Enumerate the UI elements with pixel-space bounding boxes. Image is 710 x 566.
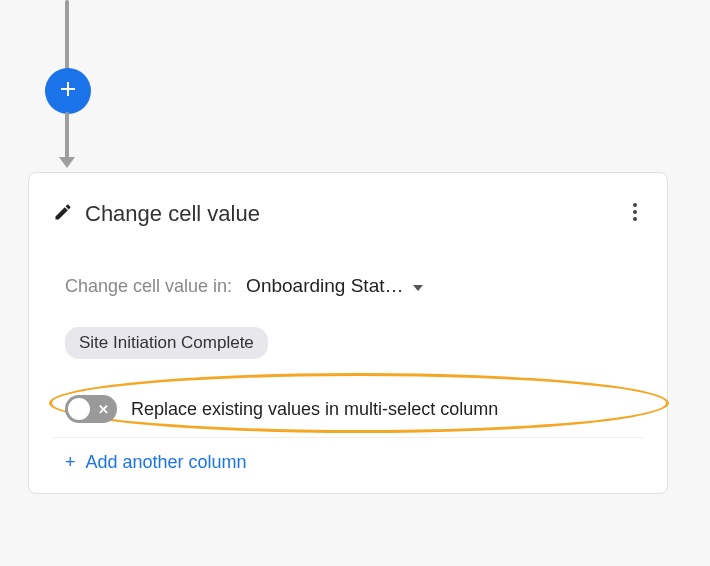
toggle-row: ✕ Replace existing values in multi-selec…	[65, 395, 631, 423]
action-card: Change cell value Change cell value in: …	[28, 172, 668, 494]
connector-line-bottom	[65, 112, 69, 162]
card-title: Change cell value	[85, 201, 260, 227]
column-dropdown[interactable]: Onboarding Stat…	[246, 275, 423, 297]
plus-icon	[60, 81, 76, 101]
dropdown-selected-text: Onboarding Stat…	[246, 275, 403, 297]
add-another-column-button[interactable]: + Add another column	[53, 452, 643, 473]
card-header: Change cell value	[53, 197, 643, 231]
x-icon: ✕	[98, 403, 109, 416]
card-title-wrap: Change cell value	[53, 201, 260, 227]
pencil-icon	[53, 202, 73, 226]
svg-point-2	[633, 217, 637, 221]
chip-row: Site Initiation Complete	[53, 327, 643, 359]
connector-line-top	[65, 0, 69, 75]
more-vertical-icon	[633, 203, 637, 225]
add-node-button[interactable]	[45, 68, 91, 114]
add-column-label: Add another column	[86, 452, 247, 473]
svg-point-1	[633, 210, 637, 214]
plus-icon: +	[65, 452, 76, 473]
field-row: Change cell value in: Onboarding Stat…	[53, 275, 643, 297]
svg-point-0	[633, 203, 637, 207]
replace-values-toggle[interactable]: ✕	[65, 395, 117, 423]
value-chip[interactable]: Site Initiation Complete	[65, 327, 268, 359]
field-label: Change cell value in:	[65, 276, 232, 297]
toggle-label: Replace existing values in multi-select …	[131, 399, 498, 420]
more-menu-button[interactable]	[627, 197, 643, 231]
toggle-container: ✕ Replace existing values in multi-selec…	[53, 383, 643, 438]
toggle-knob	[68, 398, 90, 420]
chevron-down-icon	[413, 277, 423, 295]
